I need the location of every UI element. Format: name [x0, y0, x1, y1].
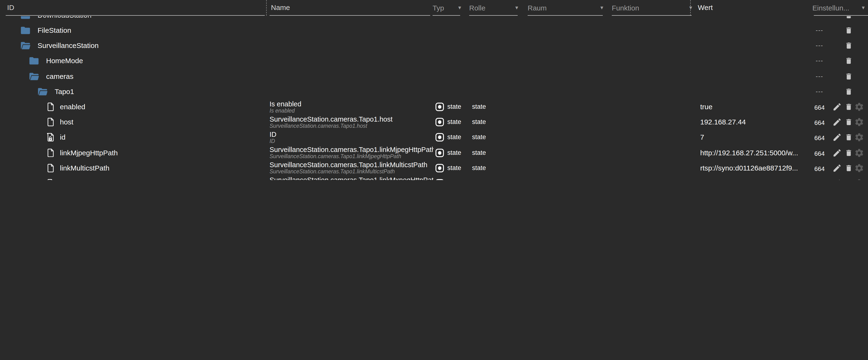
delete-icon[interactable]: [845, 26, 853, 35]
no-value-placeholder: ---: [812, 16, 827, 23]
object-role-label: state: [472, 160, 486, 175]
settings-column-select[interactable]: Einstellun... ▾: [812, 0, 865, 15]
object-name-subtext: SurveillanceStation.cameras.Tapo1.linkMu…: [270, 169, 434, 175]
edit-icon[interactable]: [832, 178, 842, 180]
object-row[interactable]: cameras---: [0, 69, 868, 84]
delete-icon[interactable]: [845, 102, 853, 111]
folder-open-icon[interactable]: [37, 87, 48, 96]
acl-badge: 664: [812, 116, 827, 131]
state-icon: [435, 148, 444, 158]
object-row[interactable]: hostSurveillanceStation.cameras.Tapo1.ho…: [0, 114, 868, 130]
object-name: SurveillanceStation.cameras.Tapo1.linkMx…: [270, 176, 434, 180]
object-type-label: state: [447, 160, 461, 175]
folder-icon[interactable]: [20, 16, 31, 20]
function-filter-select[interactable]: Funktion ▾: [612, 0, 692, 15]
object-row[interactable]: enabledIs enabledIs enabledstatestatetru…: [0, 99, 868, 114]
room-filter-select[interactable]: Raum ▾: [528, 0, 603, 15]
chevron-down-icon: ▾: [515, 4, 518, 11]
object-name: SurveillanceStation.cameras.Tapo1.linkMu…: [270, 160, 434, 175]
object-name: SurveillanceStation.cameras.Tapo1.hostSu…: [270, 114, 434, 130]
settings-icon[interactable]: [854, 117, 864, 127]
object-row[interactable]: idIDIDstatestate7664: [0, 130, 868, 145]
settings-icon[interactable]: [854, 102, 864, 112]
delete-icon[interactable]: [845, 118, 853, 127]
edit-icon[interactable]: [832, 148, 842, 158]
file-icon: [47, 102, 54, 111]
settings-icon[interactable]: [854, 163, 864, 173]
delete-icon[interactable]: [845, 148, 853, 157]
role-filter-select[interactable]: Rolle ▾: [469, 0, 518, 15]
object-row[interactable]: FileStation---: [0, 23, 868, 38]
object-row[interactable]: linkMulticstPathSurveillanceStation.came…: [0, 160, 868, 175]
object-id-label: Tapo1: [55, 84, 74, 99]
object-value: 192.168.27.44: [700, 114, 810, 130]
edit-icon[interactable]: [832, 117, 842, 127]
type-filter-select[interactable]: Typ ▾: [433, 0, 461, 15]
object-id-label: host: [60, 114, 73, 130]
object-row[interactable]: SurveillanceStation---: [0, 38, 868, 53]
object-name-text: SurveillanceStation.cameras.Tapo1.host: [270, 115, 434, 123]
settings-icon[interactable]: [854, 178, 864, 180]
object-value: 7: [700, 130, 810, 145]
settings-icon[interactable]: [854, 148, 864, 158]
acl-badge: 664: [812, 100, 827, 116]
delete-icon[interactable]: [845, 87, 853, 96]
filter-underline: [469, 15, 518, 16]
delete-icon[interactable]: [845, 133, 853, 142]
object-role-label: state: [472, 145, 486, 160]
role-filter-label: Rolle: [469, 4, 485, 12]
state-icon: [435, 178, 444, 180]
object-id-label: FileStation: [37, 23, 71, 38]
chevron-down-icon: ▾: [458, 4, 461, 11]
room-filter-label: Raum: [528, 4, 547, 12]
object-row[interactable]: Tapo1---: [0, 84, 868, 99]
object-row[interactable]: DownloadStation---: [0, 16, 868, 23]
function-filter-label: Funktion: [612, 4, 639, 12]
folder-open-icon[interactable]: [29, 71, 39, 81]
state-icon: [435, 102, 444, 111]
delete-icon[interactable]: [845, 57, 853, 66]
object-name-text: SurveillanceStation.cameras.Tapo1.linkMj…: [270, 146, 434, 154]
filter-underline: [528, 15, 603, 16]
settings-icon[interactable]: [854, 132, 864, 142]
object-row[interactable]: HomeMode---: [0, 54, 868, 69]
chevron-down-icon: ▾: [862, 4, 865, 11]
object-name-text: Is enabled: [270, 100, 434, 107]
delete-icon[interactable]: [845, 41, 853, 50]
object-name-subtext: SurveillanceStation.cameras.Tapo1.linkMj…: [270, 154, 434, 160]
id-filter-input[interactable]: [6, 0, 264, 15]
delete-icon[interactable]: [845, 179, 853, 180]
object-id-label: enabled: [60, 99, 85, 114]
no-value-placeholder: ---: [812, 84, 827, 99]
object-id-label: id: [60, 130, 65, 145]
state-icon: [435, 133, 444, 142]
name-filter-input[interactable]: [270, 0, 429, 15]
object-value: rtsp://syno:d01126ae88712f9...: [700, 160, 810, 175]
no-value-placeholder: ---: [812, 38, 827, 53]
folder-icon[interactable]: [20, 26, 31, 35]
edit-icon[interactable]: [832, 133, 842, 142]
object-name: Is enabledIs enabled: [270, 99, 434, 114]
object-name-subtext: SurveillanceStation.cameras.Tapo1.host: [270, 123, 434, 129]
edit-icon[interactable]: [832, 102, 842, 111]
object-row[interactable]: linkMjpegHttpPathSurveillanceStation.cam…: [0, 145, 868, 160]
filter-underline: [270, 15, 430, 16]
object-type-label: state: [447, 130, 461, 145]
object-id-label: cameras: [46, 69, 73, 84]
object-row[interactable]: linkMxpegHttpPathSurveillanceStation.cam…: [0, 176, 868, 180]
edit-icon[interactable]: [832, 163, 842, 173]
no-value-placeholder: ---: [812, 23, 827, 38]
object-value: true: [700, 99, 810, 114]
filter-underline: [433, 15, 460, 16]
delete-icon[interactable]: [845, 164, 853, 173]
file-lock-icon: [47, 133, 54, 142]
object-id-label: SurveillanceStation: [37, 38, 99, 53]
object-name: IDID: [270, 130, 434, 145]
folder-icon[interactable]: [29, 56, 39, 66]
delete-icon[interactable]: [845, 16, 853, 20]
object-name-text: SurveillanceStation.cameras.Tapo1.linkMu…: [270, 161, 434, 169]
folder-open-icon[interactable]: [20, 41, 31, 51]
object-role-label: state: [472, 99, 486, 114]
filter-underline: [612, 15, 692, 16]
delete-icon[interactable]: [845, 72, 853, 81]
